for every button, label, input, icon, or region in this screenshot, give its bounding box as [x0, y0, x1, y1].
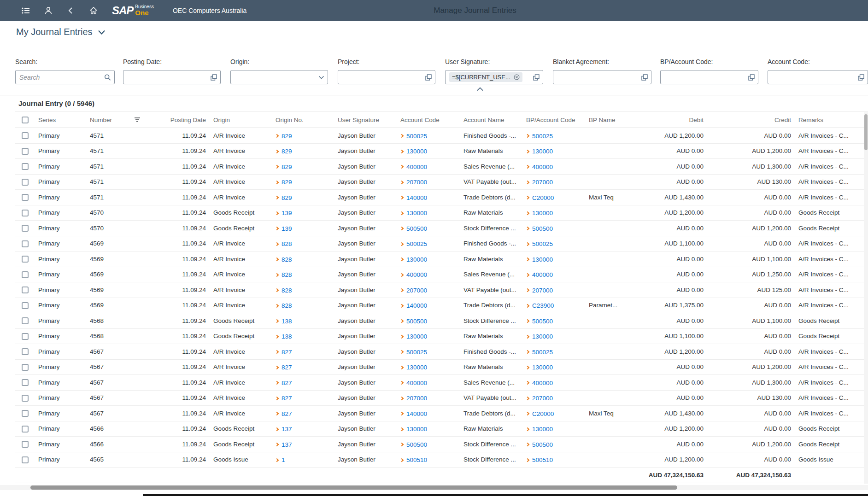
- account-code-link[interactable]: 207000: [406, 287, 427, 294]
- link-arrow-icon[interactable]: [400, 319, 404, 323]
- row-checkbox[interactable]: [22, 132, 29, 139]
- link-arrow-icon[interactable]: [275, 257, 279, 261]
- link-arrow-icon[interactable]: [400, 273, 404, 276]
- link-arrow-icon[interactable]: [275, 227, 279, 230]
- origin-no-link[interactable]: 139: [282, 210, 292, 216]
- origin-no-link[interactable]: 827: [282, 349, 292, 356]
- origin-no-link[interactable]: 829: [282, 133, 292, 140]
- origin-no-link[interactable]: 828: [282, 256, 292, 263]
- link-arrow-icon[interactable]: [526, 196, 529, 199]
- link-arrow-icon[interactable]: [526, 427, 529, 431]
- link-arrow-icon[interactable]: [526, 304, 529, 307]
- bp-account-code-link[interactable]: 130000: [532, 148, 553, 155]
- link-arrow-icon[interactable]: [400, 412, 404, 415]
- link-arrow-icon[interactable]: [526, 350, 529, 354]
- bp-account-code-link[interactable]: 500025: [532, 349, 553, 356]
- bp-account-code-link[interactable]: 500025: [532, 240, 553, 247]
- origin-no-link[interactable]: 827: [282, 395, 292, 402]
- row-checkbox[interactable]: [22, 348, 29, 355]
- row-checkbox[interactable]: [22, 379, 29, 386]
- view-selector[interactable]: My Journal Entries: [16, 27, 106, 37]
- link-arrow-icon[interactable]: [400, 180, 404, 184]
- link-arrow-icon[interactable]: [400, 211, 404, 215]
- link-arrow-icon[interactable]: [400, 242, 404, 246]
- link-arrow-icon[interactable]: [526, 149, 529, 153]
- link-arrow-icon[interactable]: [526, 273, 529, 276]
- account-code-link[interactable]: 130000: [406, 210, 427, 216]
- account-code-input[interactable]: [768, 70, 868, 84]
- account-code-link[interactable]: 500025: [406, 349, 427, 356]
- account-code-link[interactable]: 500510: [406, 456, 427, 463]
- link-arrow-icon[interactable]: [526, 227, 529, 230]
- link-arrow-icon[interactable]: [526, 334, 529, 338]
- bp-account-code-input[interactable]: [660, 70, 758, 84]
- col-header-user-signature[interactable]: User Signature: [334, 112, 397, 128]
- search-input-field[interactable]: [19, 74, 101, 81]
- value-help-icon[interactable]: [858, 74, 864, 81]
- link-arrow-icon[interactable]: [526, 180, 529, 184]
- bp-account-code-link[interactable]: 400000: [532, 380, 553, 386]
- col-header-bp-name[interactable]: BP Name: [585, 112, 640, 128]
- account-code-link[interactable]: 130000: [406, 256, 427, 263]
- bp-account-code-link[interactable]: 207000: [532, 287, 553, 294]
- origin-no-link[interactable]: 139: [282, 225, 292, 232]
- link-arrow-icon[interactable]: [526, 381, 529, 385]
- link-arrow-icon[interactable]: [275, 443, 279, 446]
- row-checkbox[interactable]: [22, 225, 29, 232]
- home-icon[interactable]: [88, 6, 99, 16]
- origin-no-link[interactable]: 827: [282, 380, 292, 386]
- row-checkbox[interactable]: [22, 426, 29, 433]
- link-arrow-icon[interactable]: [400, 427, 404, 431]
- row-checkbox[interactable]: [22, 302, 29, 309]
- origin-no-link[interactable]: 1: [282, 456, 285, 463]
- blanket-agreement-input[interactable]: [553, 70, 651, 84]
- link-arrow-icon[interactable]: [526, 319, 529, 323]
- link-arrow-icon[interactable]: [526, 211, 529, 215]
- row-checkbox[interactable]: [22, 287, 29, 293]
- account-code-link[interactable]: 500500: [406, 318, 427, 325]
- origin-no-link[interactable]: 828: [282, 287, 292, 294]
- account-code-link[interactable]: 400000: [406, 380, 427, 386]
- bp-account-code-link[interactable]: C20000: [532, 410, 554, 417]
- row-checkbox[interactable]: [22, 410, 29, 417]
- dropdown-chevron-icon[interactable]: [318, 75, 324, 79]
- link-arrow-icon[interactable]: [275, 134, 279, 138]
- link-arrow-icon[interactable]: [526, 396, 529, 400]
- bp-account-code-link[interactable]: 130000: [532, 256, 553, 263]
- link-arrow-icon[interactable]: [275, 334, 279, 338]
- value-help-icon[interactable]: [533, 74, 540, 81]
- bp-account-code-link[interactable]: C23900: [532, 302, 554, 309]
- search-input[interactable]: [15, 70, 115, 84]
- link-arrow-icon[interactable]: [275, 304, 279, 307]
- account-code-link[interactable]: 400000: [406, 164, 427, 170]
- collapse-filter-button[interactable]: [474, 85, 487, 93]
- col-header-account-code[interactable]: Account Code: [397, 112, 460, 128]
- col-header-origin[interactable]: Origin: [210, 112, 272, 128]
- origin-select[interactable]: [230, 70, 328, 84]
- origin-no-link[interactable]: 829: [282, 179, 292, 186]
- link-arrow-icon[interactable]: [400, 165, 404, 169]
- col-header-posting-date[interactable]: Posting Date: [145, 112, 210, 128]
- origin-no-link[interactable]: 828: [282, 240, 292, 247]
- account-code-link[interactable]: 140000: [406, 410, 427, 417]
- origin-no-link[interactable]: 138: [282, 333, 292, 340]
- value-help-icon[interactable]: [748, 74, 755, 81]
- account-code-link[interactable]: 140000: [406, 302, 427, 309]
- link-arrow-icon[interactable]: [275, 396, 279, 400]
- link-arrow-icon[interactable]: [275, 319, 279, 323]
- account-code-link[interactable]: 130000: [406, 364, 427, 371]
- link-arrow-icon[interactable]: [400, 196, 404, 199]
- link-arrow-icon[interactable]: [275, 350, 279, 354]
- row-checkbox[interactable]: [22, 441, 29, 448]
- origin-no-link[interactable]: 828: [282, 271, 292, 278]
- origin-no-link[interactable]: 138: [282, 318, 292, 325]
- link-arrow-icon[interactable]: [526, 242, 529, 246]
- back-icon[interactable]: [66, 6, 76, 16]
- col-header-remarks[interactable]: Remarks: [795, 112, 868, 128]
- link-arrow-icon[interactable]: [400, 134, 404, 138]
- select-all-checkbox[interactable]: [22, 117, 29, 123]
- link-arrow-icon[interactable]: [400, 149, 404, 153]
- row-checkbox[interactable]: [22, 179, 29, 186]
- bp-account-code-link[interactable]: 207000: [532, 179, 553, 186]
- col-header-series[interactable]: Series: [35, 112, 86, 128]
